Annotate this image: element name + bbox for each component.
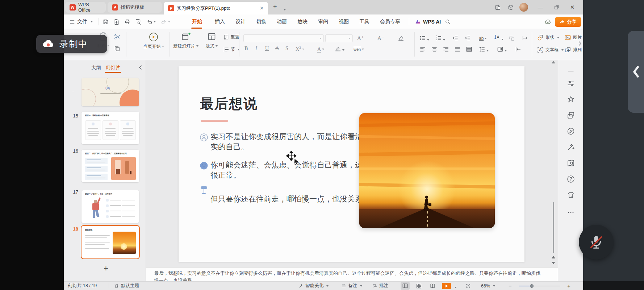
menu-member[interactable]: 会员专享 — [379, 14, 401, 29]
align-left-button[interactable] — [419, 46, 426, 54]
slideshow-caret[interactable] — [453, 285, 457, 290]
export-pdf-icon[interactable] — [111, 14, 122, 29]
numbering-button[interactable] — [435, 35, 445, 43]
theme-button[interactable]: 默认主题 — [114, 282, 139, 290]
tab-slides[interactable]: 幻灯片 — [106, 65, 121, 71]
copy-button[interactable] — [114, 45, 121, 53]
thumbnail-slide-14-partial[interactable]: 04 — [81, 78, 139, 106]
align-center-button[interactable] — [431, 46, 438, 54]
menu-insert[interactable]: 插入 — [214, 14, 226, 29]
italic-button[interactable]: I — [255, 46, 257, 51]
char-spacing-button[interactable]: ab — [479, 35, 487, 41]
menu-view[interactable]: 视图 — [338, 14, 350, 29]
clear-format-button[interactable] — [398, 35, 404, 43]
slide-title-text[interactable]: 最后想说 — [200, 95, 258, 113]
search-icon[interactable] — [441, 14, 454, 29]
play-from-current-button[interactable]: 当页开始 — [140, 32, 167, 50]
previous-slide-button[interactable] — [552, 256, 555, 258]
tab-outline[interactable]: 大纲 — [91, 65, 101, 71]
new-slide-button[interactable]: 新建幻灯片 — [171, 32, 201, 49]
canvas-scroll-up[interactable] — [552, 61, 555, 63]
superscript-button[interactable]: X2 — [296, 46, 304, 52]
zoom-out-button[interactable]: − — [509, 282, 512, 290]
redo-button[interactable] — [159, 14, 172, 29]
indent-marker-button[interactable] — [515, 46, 522, 54]
grow-font-button[interactable]: A⁺ — [357, 35, 364, 41]
highlight-button[interactable] — [335, 46, 344, 53]
tab-active-document[interactable]: P 实习经验分享PPT(1).pptx ✕ — [164, 2, 268, 14]
properties-sliders-icon[interactable] — [566, 79, 575, 88]
line-spacing-button[interactable] — [479, 46, 489, 54]
app-center-cube-icon[interactable] — [504, 0, 517, 14]
justify-button[interactable] — [454, 46, 461, 54]
bullets-button[interactable] — [419, 35, 429, 43]
slide-editing-area[interactable]: 最后想说 实习不是让你变成很厉害的人，而是让你看清真实的自己。 你可能会迷茫、会… — [179, 66, 524, 262]
decrease-indent-button[interactable] — [452, 35, 459, 43]
tab-list-caret[interactable] — [283, 6, 286, 13]
recording-badge[interactable]: 录制中 — [36, 35, 107, 53]
columns-button[interactable] — [497, 46, 507, 54]
navigate-search-icon[interactable] — [566, 159, 575, 167]
save-icon[interactable] — [100, 14, 111, 29]
cloud-saved-icon[interactable] — [541, 14, 554, 29]
reading-view-button[interactable] — [428, 282, 437, 290]
zoom-slider-thumb[interactable] — [530, 284, 534, 288]
fit-to-window-button[interactable] — [464, 282, 473, 290]
notes-toggle-button[interactable]: 备注 — [341, 282, 362, 290]
layout-button[interactable]: 版式 — [202, 32, 221, 49]
floating-side-panel[interactable] — [628, 31, 644, 113]
comments-button[interactable]: 批注 — [372, 282, 388, 290]
menu-slideshow[interactable]: 放映 — [297, 14, 308, 29]
print-icon[interactable] — [122, 14, 133, 29]
next-slide-button[interactable] — [552, 262, 555, 264]
theme-skin-icon[interactable] — [566, 191, 575, 199]
effects-star-icon[interactable] — [566, 95, 575, 104]
menu-design[interactable]: 设计 — [235, 14, 246, 29]
slide-bullet-3[interactable]: 但只要你还在往前走，哪怕慢一点，也没关系。 — [210, 194, 374, 204]
bold-button[interactable]: B — [244, 46, 248, 51]
new-tab-button[interactable]: + — [273, 3, 277, 11]
shadow-button[interactable]: S — [285, 46, 288, 51]
font-name-combo[interactable] — [243, 34, 324, 42]
strikethrough-button[interactable]: A — [275, 46, 279, 51]
textbox-button[interactable]: A 文本框 — [537, 46, 564, 53]
increase-indent-button[interactable] — [464, 35, 471, 43]
print-preview-icon[interactable] — [133, 14, 143, 29]
menu-animation[interactable]: 动画 — [276, 14, 288, 29]
thumbnail-slide-17[interactable]: 建议三：实习中，主动一点不吃亏 — [81, 190, 139, 223]
tab-docer-templates[interactable]: 找稻壳模板 — [108, 2, 162, 13]
slideshow-play-button[interactable] — [442, 283, 451, 289]
device-sync-icon[interactable] — [491, 0, 504, 14]
thumbnail-slide-15[interactable]: 建议一：基础技能 一定要掌握 — [81, 112, 139, 144]
font-color-button[interactable]: A — [317, 46, 324, 52]
tab-wps-home[interactable]: W WPS Office — [65, 2, 106, 13]
smart-beautify-wand-icon[interactable] — [566, 143, 575, 152]
align-right-button[interactable] — [443, 46, 449, 54]
transition-pane-icon[interactable] — [566, 111, 575, 120]
close-button[interactable]: ✕ — [566, 0, 579, 14]
help-icon[interactable] — [566, 175, 575, 183]
wps-ai-button[interactable]: WPS AI — [414, 14, 442, 29]
ribbon-expand-button[interactable] — [578, 41, 582, 48]
docer-resource-icon[interactable] — [566, 127, 575, 136]
minimize-button[interactable]: — — [534, 0, 547, 14]
shrink-font-button[interactable]: A⁻ — [377, 35, 384, 41]
collapse-panel-button[interactable] — [138, 65, 143, 72]
section-button[interactable]: 节 — [223, 46, 240, 53]
thumbnail-slide-16[interactable]: 建议二：找实习时，不一定要大厂，但要警惕小公司 — [81, 150, 139, 182]
tab-close-icon[interactable]: ✕ — [260, 5, 264, 11]
text-tool-button[interactable] — [522, 35, 528, 43]
file-menu[interactable]: 文件 — [69, 14, 93, 29]
font-size-combo[interactable] — [325, 34, 353, 42]
slide-bullet-1[interactable]: 实习不是让你变成很厉害的人，而是让你看清真实的自己。 — [210, 132, 374, 152]
shapes-button[interactable]: 形状 — [537, 34, 559, 41]
add-slide-button[interactable]: + — [104, 264, 108, 273]
reset-button[interactable]: 重置 — [223, 34, 239, 40]
restore-button[interactable] — [550, 0, 563, 14]
collapse-pane-icon[interactable] — [566, 67, 575, 75]
menu-tools[interactable]: 工具 — [359, 14, 370, 29]
thumbnail-slide-18-selected[interactable]: 最后想说 — [81, 226, 139, 258]
pinyin-guide-button[interactable]: wén — [354, 46, 364, 52]
notes-bar[interactable]: 最后，我想说，实习的意义不在于让你立刻变得多么厉害，而在于让你有机会看清真实的自… — [146, 268, 558, 281]
underline-button[interactable]: U — [265, 46, 269, 51]
